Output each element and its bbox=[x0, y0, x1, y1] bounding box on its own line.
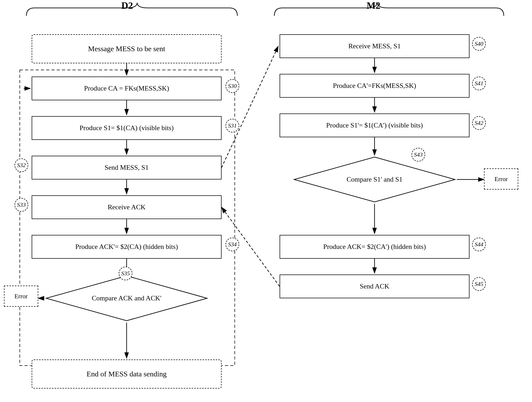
m2-s41-label: S41 bbox=[472, 77, 486, 90]
m2-s45-label: S45 bbox=[472, 277, 486, 291]
d2-s31-box: Produce S1= $1(CA) (visible bits) bbox=[32, 116, 222, 140]
m2-s41-box: Produce CA'=FKs(MESS,SK) bbox=[280, 74, 469, 98]
d2-s33-label: S33 bbox=[15, 198, 28, 212]
m2-s43-label: S43 bbox=[411, 148, 425, 162]
d2-start-box: Message MESS to be sent bbox=[32, 34, 222, 63]
d2-s34-label: S34 bbox=[226, 238, 239, 251]
d2-s35-label: S35 bbox=[119, 267, 132, 280]
d2-header: D2 bbox=[121, 0, 133, 11]
d2-error-box: Error bbox=[4, 286, 38, 307]
m2-s42-box: Produce S1'= $1(CA') (visible bits) bbox=[280, 113, 469, 137]
m2-header: M2 bbox=[367, 0, 380, 11]
d2-s30-label: S30 bbox=[226, 79, 239, 93]
m2-s40-box: Receive MESS, S1 bbox=[280, 34, 469, 58]
d2-end-box: End of MESS data sending bbox=[32, 360, 222, 389]
m2-s44-label: S44 bbox=[472, 238, 486, 251]
m2-s42-label: S42 bbox=[472, 116, 486, 130]
m2-s40-label: S40 bbox=[472, 37, 486, 51]
d2-s32-box: Send MESS, S1 bbox=[32, 156, 222, 179]
d2-s35-diamond: Compare ACK and ACK' bbox=[45, 275, 208, 322]
svg-line-16 bbox=[222, 46, 278, 168]
diagram: D2 M2 Message MESS to be sent Produce CA… bbox=[0, 0, 532, 402]
d2-s32-label: S32 bbox=[15, 158, 28, 172]
m2-s44-box: Produce ACK= $2(CA') (hidden bits) bbox=[280, 235, 469, 259]
d2-s33-box: Receive ACK bbox=[32, 195, 222, 219]
m2-error-box: Error bbox=[484, 168, 518, 190]
d2-s30-box: Produce CA = FKs(MESS,SK) bbox=[32, 77, 222, 100]
m2-s43-diamond: Compare S1' and S1 bbox=[293, 156, 456, 203]
d2-s31-label: S31 bbox=[226, 119, 239, 133]
d2-s34-box: Produce ACK'= $2(CA) (hidden bits) bbox=[32, 235, 222, 259]
m2-s45-box: Send ACK bbox=[280, 275, 469, 298]
